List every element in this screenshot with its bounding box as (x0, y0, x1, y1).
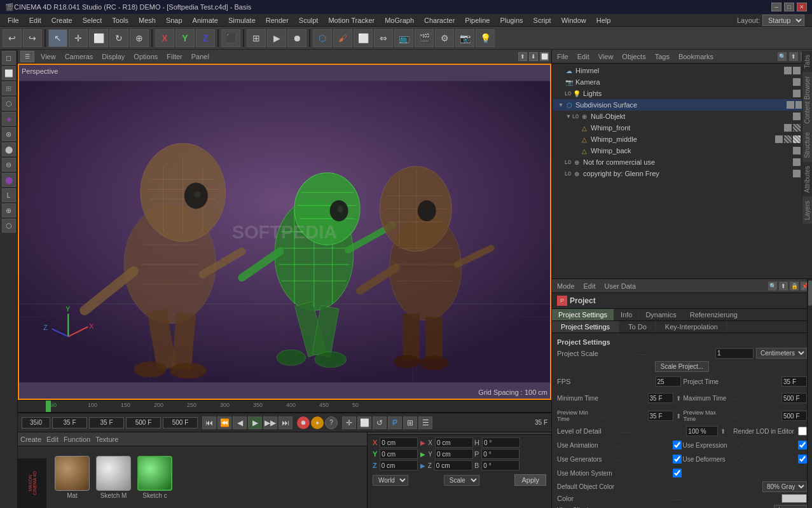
mirror-btn[interactable]: ⇔ (374, 29, 393, 47)
use-animation-checkbox[interactable] (673, 441, 682, 450)
menu-plugins[interactable]: Plugins (495, 15, 528, 25)
obj-not-commercial[interactable]: L0 ⊕ Not for commercial use (553, 156, 811, 168)
obj-whimp-back[interactable]: △ Whimp_back (553, 145, 811, 156)
record-sel-btn[interactable]: ● (311, 416, 324, 429)
z-position-input[interactable] (380, 460, 418, 470)
menu-tools[interactable]: Tools (107, 15, 134, 25)
left-btn-10[interactable]: L (2, 188, 16, 202)
goto-end-btn[interactable]: ⏭ (279, 416, 292, 429)
z-size-input[interactable] (434, 460, 472, 470)
mat-function[interactable]: Function (64, 436, 90, 443)
layout-select[interactable]: Startup (762, 15, 804, 26)
scale-dropdown[interactable]: Scale (444, 475, 479, 486)
vt-cameras[interactable]: Cameras (62, 53, 96, 60)
attr-edit[interactable]: Edit (581, 282, 598, 290)
menu-select[interactable]: Select (78, 15, 107, 25)
prev-max-input[interactable] (781, 411, 807, 421)
material-sketch-c[interactable]: Sketch c (137, 456, 172, 499)
select-all-btn[interactable]: ⬜ (354, 29, 373, 47)
transform-tool[interactable]: ⊕ (130, 29, 149, 47)
keyframe-btn[interactable]: ⊞ (247, 29, 266, 47)
move-tool[interactable]: ✛ (69, 29, 88, 47)
menu-window[interactable]: Window (556, 15, 591, 25)
left-btn-12[interactable]: ⬡ (2, 219, 16, 233)
attr-mode[interactable]: Mode (554, 282, 577, 290)
help-btn[interactable]: ? (325, 416, 338, 429)
menu-help[interactable]: Help (591, 15, 616, 25)
x-axis-btn[interactable]: X (155, 29, 174, 47)
attr-subtab-todo[interactable]: To Do (619, 321, 656, 333)
structure-side-label[interactable]: Structure (802, 128, 812, 162)
paint-btn[interactable]: 🖌 (333, 29, 352, 47)
content-browser-side-label[interactable]: Content Browser (802, 72, 812, 127)
next-frame-btn[interactable]: ▶▶ (263, 416, 277, 429)
left-btn-1[interactable]: ◻ (2, 51, 16, 65)
vt-view[interactable]: View (38, 53, 58, 60)
attr-up-icon[interactable]: ⬆ (779, 282, 788, 291)
left-btn-3[interactable]: ⊞ (2, 81, 16, 95)
attr-userdata[interactable]: User Data (602, 282, 639, 290)
max-time-input[interactable] (781, 393, 807, 403)
obj-whimp-front[interactable]: △ Whimp_front (553, 122, 811, 134)
mat-edit[interactable]: Edit (46, 436, 58, 443)
y-axis-btn[interactable]: Y (175, 29, 195, 47)
viewport-icon-2[interactable]: ⬇ (529, 52, 538, 61)
view-clipping-select[interactable]: Large (774, 505, 807, 508)
obj-whimp-middle[interactable]: △ Whimp_middle (553, 134, 811, 145)
color-swatch[interactable] (781, 494, 807, 503)
world-dropdown[interactable]: World (373, 475, 408, 486)
h-rotation-input[interactable] (482, 437, 520, 448)
minimize-button[interactable]: ─ (771, 3, 781, 11)
attr-tab-info[interactable]: Info (614, 309, 639, 320)
render-view-btn[interactable]: 📺 (394, 29, 413, 47)
viewport[interactable]: Perspective (18, 64, 551, 400)
render-lod-checkbox[interactable] (798, 427, 807, 436)
max-frame-field[interactable]: 500 F (126, 417, 161, 429)
menu-motion-tracker[interactable]: Motion Tracker (323, 15, 380, 25)
record-all-btn[interactable]: ⏺ (297, 416, 310, 429)
obj-bookmarks[interactable]: Bookmarks (676, 53, 716, 60)
record-btn[interactable]: ⏺ (287, 29, 306, 47)
attributes-side-label[interactable]: Attributes (802, 162, 812, 196)
obj-edit[interactable]: Edit (575, 53, 592, 60)
attr-scrollbar[interactable] (807, 279, 812, 508)
left-btn-7[interactable]: ⬤ (2, 142, 16, 156)
select-tool[interactable]: ↖ (48, 29, 67, 47)
menu-sculpt[interactable]: Sculpt (294, 15, 324, 25)
viewport-icon-1[interactable]: ⬆ (518, 52, 527, 61)
menu-create[interactable]: Create (46, 15, 78, 25)
cube-btn[interactable]: ⬛ (221, 29, 240, 47)
attr-tab-dynamics[interactable]: Dynamics (639, 309, 683, 320)
min-time-input[interactable] (648, 393, 673, 403)
prev-min-input[interactable] (648, 411, 673, 421)
mat-create[interactable]: Create (20, 436, 41, 443)
y-size-input[interactable] (435, 449, 473, 459)
obj-objects[interactable]: Objects (619, 53, 648, 60)
mat-texture[interactable]: Texture (95, 436, 118, 443)
step-back-btn[interactable]: ⏪ (217, 416, 231, 429)
obj-subdivision[interactable]: ▼ ⬡ Subdivision Surface ✓ (553, 99, 811, 111)
fps-input[interactable] (656, 376, 681, 387)
light-btn[interactable]: 💡 (476, 29, 495, 47)
obj-himmel[interactable]: ☁ Himmel (553, 65, 811, 76)
left-btn-5[interactable]: ◈ (2, 112, 16, 126)
obj-search-icon[interactable]: 🔍 (778, 52, 787, 61)
attr-subtab-keyinterp[interactable]: Key-Interpolation (656, 321, 727, 333)
menu-animate[interactable]: Animate (188, 15, 223, 25)
start-frame-field[interactable]: 35 F (52, 417, 87, 429)
b-rotation-input[interactable] (481, 460, 520, 470)
menu-simulate[interactable]: Simulate (223, 15, 261, 25)
menu-script[interactable]: Script (528, 15, 556, 25)
x-size-input[interactable] (435, 437, 473, 448)
loop-btn[interactable]: ↺ (373, 416, 387, 429)
play-btn[interactable]: ▶ (267, 29, 286, 47)
pball-btn[interactable]: P (388, 416, 402, 429)
left-btn-4[interactable]: ⬡ (2, 97, 16, 111)
close-button[interactable]: ✕ (797, 3, 807, 11)
left-btn-8[interactable]: ⊖ (2, 158, 16, 172)
material-mat[interactable]: Mat (55, 456, 90, 499)
apply-button[interactable]: Apply (514, 474, 546, 486)
y-position-input[interactable] (380, 449, 418, 459)
z-axis-btn[interactable]: Z (196, 29, 215, 47)
maximize-button[interactable]: □ (784, 3, 794, 11)
